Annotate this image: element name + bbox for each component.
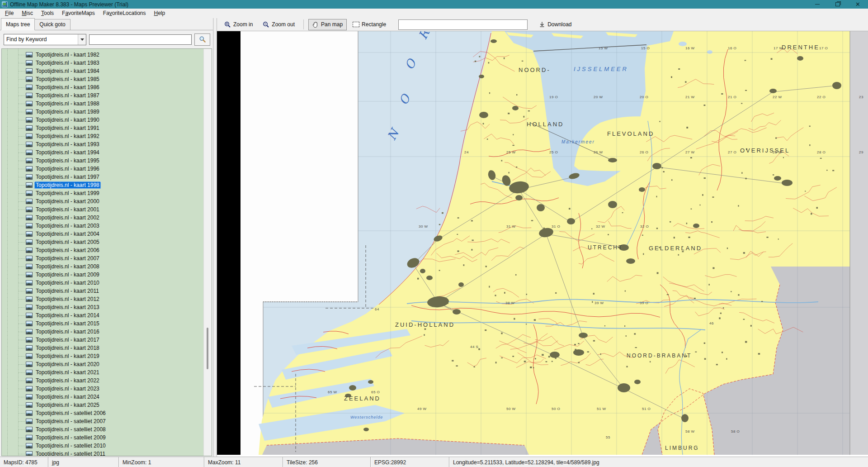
tree-item[interactable]: Topotijdreis.nl - satelliet 2011 <box>2 450 212 456</box>
map-canvas[interactable]: NOORD-HOLLANDFLEVOLANDDRENTHEOVERIJSSELU… <box>217 31 868 455</box>
tree-item[interactable]: Topotijdreis.nl - kaart 2007 <box>2 254 212 262</box>
tree-item[interactable]: Topotijdreis.nl - kaart 1994 <box>2 148 212 157</box>
tree-item[interactable]: Topotijdreis.nl - kaart 2023 <box>2 385 212 393</box>
tree-item[interactable]: Topotijdreis.nl - kaart 1988 <box>2 100 212 108</box>
tree-item[interactable]: Topotijdreis.nl - kaart 2000 <box>2 197 212 205</box>
tree-item[interactable]: Topotijdreis.nl - kaart 1990 <box>2 116 212 124</box>
rectangle-label: Rectangle <box>362 21 386 28</box>
svg-text:31 W: 31 W <box>506 224 516 229</box>
tree-item[interactable]: Topotijdreis.nl - kaart 2014 <box>2 311 212 319</box>
tree-item[interactable]: Topotijdreis.nl - kaart 2021 <box>2 368 212 376</box>
tab-maps-tree[interactable]: Maps tree <box>1 18 35 30</box>
status-field: Longitude=5.211533, Latitude=52.128294, … <box>449 457 868 467</box>
tree-item-label: Topotijdreis.nl - kaart 1992 <box>34 133 101 140</box>
tree-item[interactable]: Topotijdreis.nl - kaart 1995 <box>2 157 212 165</box>
tree-item[interactable]: Topotijdreis.nl - kaart 1986 <box>2 83 212 91</box>
tree-item[interactable]: Topotijdreis.nl - kaart 1993 <box>2 140 212 148</box>
tree-item[interactable]: Topotijdreis.nl - kaart 1998 <box>2 181 212 189</box>
svg-text:27 O: 27 O <box>728 150 736 154</box>
tree-connector <box>19 291 25 291</box>
close-button[interactable]: ✕ <box>848 0 868 9</box>
minimize-button[interactable] <box>807 0 827 9</box>
map-toolbar: Zoom in Zoom out Pan map Rectangle <box>217 18 868 31</box>
tree-item[interactable]: Topotijdreis.nl - kaart 1982 <box>2 51 212 59</box>
tree-scrollbar-thumb[interactable] <box>207 328 208 369</box>
svg-text:22 O: 22 O <box>817 95 826 99</box>
maximize-button[interactable] <box>827 0 848 9</box>
tree-item[interactable]: Topotijdreis.nl - kaart 2003 <box>2 222 212 230</box>
tree-item[interactable]: Topotijdreis.nl - kaart 2009 <box>2 271 212 279</box>
tree-item[interactable]: Topotijdreis.nl - kaart 2025 <box>2 401 212 409</box>
tree-item[interactable]: Topotijdreis.nl - kaart 1997 <box>2 173 212 181</box>
tree-item[interactable]: Topotijdreis.nl - kaart 2018 <box>2 344 212 352</box>
tree-item[interactable]: Topotijdreis.nl - kaart 1983 <box>2 59 212 67</box>
tree-item[interactable]: Topotijdreis.nl - kaart 2004 <box>2 230 212 238</box>
tree-item[interactable]: Topotijdreis.nl - kaart 2015 <box>2 319 212 328</box>
tree-item[interactable]: Topotijdreis.nl - kaart 2024 <box>2 393 212 401</box>
find-by-dropdown[interactable]: Find by Keyword <box>4 34 86 45</box>
tree-item[interactable]: Topotijdreis.nl - kaart 2002 <box>2 214 212 222</box>
chevron-down-icon <box>78 34 86 45</box>
toolbar-input[interactable] <box>398 19 528 30</box>
tree-item[interactable]: Topotijdreis.nl - kaart 2010 <box>2 279 212 287</box>
panel-splitter[interactable] <box>213 18 217 457</box>
keyword-input[interactable] <box>89 34 192 45</box>
download-button[interactable]: Download <box>535 19 576 30</box>
zoom-in-button[interactable]: Zoom in <box>220 19 257 30</box>
tree-item[interactable]: Topotijdreis.nl - kaart 1985 <box>2 75 212 83</box>
tree-item[interactable]: Topotijdreis.nl - kaart 2001 <box>2 205 212 214</box>
map-thumbnail-icon <box>26 313 33 318</box>
tree-item[interactable]: Topotijdreis.nl - kaart 2005 <box>2 238 212 246</box>
tree-item[interactable]: Topotijdreis.nl - satelliet 2007 <box>2 417 212 425</box>
tree-item[interactable]: Topotijdreis.nl - kaart 2011 <box>2 287 212 295</box>
tree-item-label: Topotijdreis.nl - kaart 2020 <box>34 361 101 368</box>
tree-item[interactable]: Topotijdreis.nl - kaart 2019 <box>2 352 212 360</box>
map-thumbnail-icon <box>26 191 33 196</box>
close-icon: ✕ <box>855 1 860 7</box>
tree-item[interactable]: Topotijdreis.nl - kaart 1999 <box>2 189 212 197</box>
tab-quick-goto[interactable]: Quick goto <box>34 19 70 30</box>
tree-item[interactable]: Topotijdreis.nl - satelliet 2008 <box>2 425 212 434</box>
tree-connector <box>19 104 25 104</box>
menu-item-tools[interactable]: Tools <box>37 9 58 17</box>
search-button[interactable] <box>194 33 210 46</box>
tree-scrollbar[interactable] <box>203 49 212 456</box>
menu-item-file[interactable]: File <box>1 9 18 17</box>
map-thumbnail-icon <box>26 264 33 269</box>
tree-item[interactable]: Topotijdreis.nl - kaart 1989 <box>2 108 212 116</box>
menu-item-favoritelocations[interactable]: FavoriteLocations <box>99 9 150 17</box>
tree-item[interactable]: Topotijdreis.nl - kaart 2012 <box>2 295 212 303</box>
zoom-out-button[interactable]: Zoom out <box>259 19 299 30</box>
tree-item[interactable]: Topotijdreis.nl - kaart 1991 <box>2 124 212 132</box>
tree-item[interactable]: Topotijdreis.nl - kaart 1996 <box>2 165 212 173</box>
tree-item[interactable]: Topotijdreis.nl - kaart 1984 <box>2 67 212 75</box>
tree-item[interactable]: Topotijdreis.nl - kaart 2016 <box>2 328 212 336</box>
map-thumbnail-icon <box>26 272 33 277</box>
tree-item[interactable]: Topotijdreis.nl - kaart 2008 <box>2 262 212 271</box>
map-thumbnail-icon <box>26 353 33 359</box>
tree-item[interactable]: Topotijdreis.nl - kaart 2017 <box>2 336 212 344</box>
svg-text:NOORD-BRABANT: NOORD-BRABANT <box>627 353 692 359</box>
map-thumbnail-icon <box>26 60 33 66</box>
tree-item[interactable]: Topotijdreis.nl - kaart 2020 <box>2 360 212 368</box>
svg-text:Westerschelde: Westerschelde <box>350 415 383 419</box>
svg-text:16 W: 16 W <box>685 46 695 50</box>
tree-item[interactable]: Topotijdreis.nl - kaart 2006 <box>2 246 212 254</box>
tree-item[interactable]: Topotijdreis.nl - satelliet 2009 <box>2 434 212 442</box>
svg-text:58 O: 58 O <box>731 429 740 434</box>
tree-connector <box>19 332 25 332</box>
pan-map-button[interactable]: Pan map <box>308 19 347 30</box>
tree-item-label: Topotijdreis.nl - kaart 2014 <box>34 312 101 319</box>
tree-item[interactable]: Topotijdreis.nl - kaart 2022 <box>2 376 212 385</box>
menu-item-help[interactable]: Help <box>150 9 170 17</box>
rectangle-button[interactable]: Rectangle <box>349 19 390 30</box>
menu-item-misc[interactable]: Misc <box>18 9 37 17</box>
tree-item[interactable]: Topotijdreis.nl - kaart 1987 <box>2 91 212 100</box>
tree-item[interactable]: Topotijdreis.nl - satelliet 2006 <box>2 409 212 417</box>
svg-text:OVERIJSSEL: OVERIJSSEL <box>740 147 790 154</box>
tree-item[interactable]: Topotijdreis.nl - kaart 1992 <box>2 132 212 140</box>
tree-item[interactable]: Topotijdreis.nl - satelliet 2010 <box>2 442 212 450</box>
menu-item-favoritemaps[interactable]: FavoriteMaps <box>58 9 99 17</box>
map-viewport[interactable]: NOORD-HOLLANDFLEVOLANDDRENTHEOVERIJSSELU… <box>217 31 868 457</box>
tree-item[interactable]: Topotijdreis.nl - kaart 2013 <box>2 303 212 311</box>
